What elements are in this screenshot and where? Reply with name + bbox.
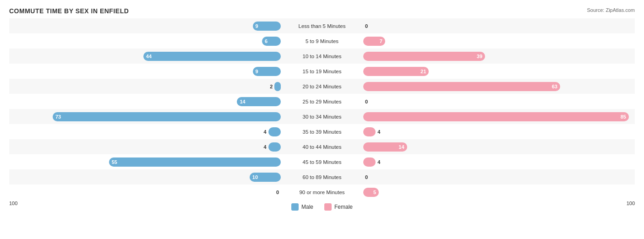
chart-row: 5545 to 59 Minutes4 (9, 154, 635, 169)
female-value: 0 (365, 23, 368, 29)
right-section: 5 (363, 185, 635, 200)
chart-row: 7330 to 34 Minutes85 (9, 109, 635, 124)
row-label: 5 to 9 Minutes (281, 38, 363, 44)
male-value: 0 (276, 190, 279, 195)
female-bar: 4 (363, 158, 376, 167)
left-section: 14 (9, 94, 281, 109)
female-bar: 39 (363, 52, 485, 61)
female-value: 85 (621, 114, 626, 120)
legend-female-box (324, 203, 332, 211)
chart-row: 220 to 24 Minutes63 (9, 79, 635, 94)
row-label: Less than 5 Minutes (281, 23, 363, 29)
bars-area: 9Less than 5 Minutes065 to 9 Minutes7441… (9, 18, 635, 200)
right-section: 14 (363, 139, 635, 154)
right-section: 85 (363, 109, 635, 124)
right-section: 4 (363, 154, 635, 169)
left-section: 4 (9, 139, 281, 154)
left-section: 2 (9, 79, 281, 94)
female-bar: 63 (363, 82, 560, 91)
row-label: 90 or more Minutes (281, 190, 363, 195)
male-bar: 4 (268, 142, 281, 152)
chart-title: COMMUTE TIME BY SEX IN ENFIELD (9, 7, 635, 15)
male-value: 9 (256, 23, 258, 29)
female-value: 0 (365, 174, 368, 180)
axis-min-label: 100 (9, 201, 17, 211)
female-value: 0 (365, 99, 368, 104)
legend-male: Male (291, 203, 313, 211)
right-section: 0 (363, 169, 635, 185)
chart-row: 4410 to 14 Minutes39 (9, 49, 635, 64)
legend-male-box (291, 203, 299, 211)
male-value: 73 (55, 114, 61, 120)
male-bar: 9 (253, 67, 281, 76)
male-bar: 4 (268, 127, 281, 136)
male-bar: 10 (250, 173, 281, 182)
chart-row: 915 to 19 Minutes21 (9, 64, 635, 79)
male-bar: 6 (262, 37, 281, 46)
male-bar: 73 (53, 112, 281, 121)
male-value: 2 (270, 84, 273, 89)
left-section: 55 (9, 154, 281, 169)
chart-row: 1425 to 29 Minutes0 (9, 94, 635, 109)
left-section: 44 (9, 49, 281, 64)
source-label: Source: ZipAtlas.com (587, 7, 635, 13)
row-label: 20 to 24 Minutes (281, 84, 363, 89)
left-section: 4 (9, 124, 281, 139)
female-bar: 7 (363, 37, 385, 46)
female-value: 4 (377, 159, 380, 165)
chart-row: 1060 to 89 Minutes0 (9, 169, 635, 185)
right-section: 0 (363, 94, 635, 109)
legend-female: Female (324, 203, 353, 211)
chart-container: COMMUTE TIME BY SEX IN ENFIELD Source: Z… (0, 0, 644, 239)
female-value: 5 (373, 190, 376, 195)
left-section: 0 (9, 185, 281, 200)
right-section: 63 (363, 79, 635, 94)
row-label: 15 to 19 Minutes (281, 69, 363, 74)
male-bar: 9 (253, 22, 281, 31)
male-value: 55 (112, 159, 117, 165)
male-bar: 2 (274, 82, 281, 91)
left-section: 6 (9, 33, 281, 49)
female-bar: 14 (363, 142, 407, 152)
right-section: 21 (363, 64, 635, 79)
male-bar: 55 (109, 158, 281, 167)
left-section: 9 (9, 18, 281, 33)
right-section: 7 (363, 33, 635, 49)
male-value: 44 (146, 54, 152, 59)
row-label: 45 to 59 Minutes (281, 159, 363, 165)
male-value: 14 (240, 99, 245, 104)
chart-row: 9Less than 5 Minutes0 (9, 18, 635, 33)
legend-female-label: Female (334, 204, 353, 210)
chart-row: 435 to 39 Minutes4 (9, 124, 635, 139)
female-value: 39 (477, 54, 482, 59)
female-value: 14 (398, 144, 404, 150)
chart-row: 090 or more Minutes5 (9, 185, 635, 200)
row-label: 30 to 34 Minutes (281, 114, 363, 120)
row-label: 35 to 39 Minutes (281, 129, 363, 135)
female-value: 4 (377, 129, 380, 135)
row-label: 25 to 29 Minutes (281, 99, 363, 104)
row-label: 60 to 89 Minutes (281, 174, 363, 180)
male-value: 6 (265, 38, 267, 44)
female-value: 63 (552, 84, 557, 89)
male-bar: 14 (237, 97, 281, 106)
legend: Male Female (291, 203, 353, 211)
row-label: 10 to 14 Minutes (281, 54, 363, 59)
female-bar: 21 (363, 67, 429, 76)
female-bar: 4 (363, 127, 376, 136)
male-value: 9 (256, 69, 258, 74)
legend-male-label: Male (301, 204, 313, 210)
male-value: 4 (264, 144, 267, 150)
right-section: 4 (363, 124, 635, 139)
male-bar: 44 (143, 52, 281, 61)
row-label: 40 to 44 Minutes (281, 144, 363, 150)
male-value: 4 (264, 129, 267, 135)
chart-row: 65 to 9 Minutes7 (9, 33, 635, 49)
female-value: 21 (420, 69, 426, 74)
female-value: 7 (380, 38, 382, 44)
right-section: 39 (363, 49, 635, 64)
female-bar: 85 (363, 112, 629, 121)
chart-row: 440 to 44 Minutes14 (9, 139, 635, 154)
female-bar: 5 (363, 188, 379, 197)
axis-max-label: 100 (627, 201, 635, 211)
